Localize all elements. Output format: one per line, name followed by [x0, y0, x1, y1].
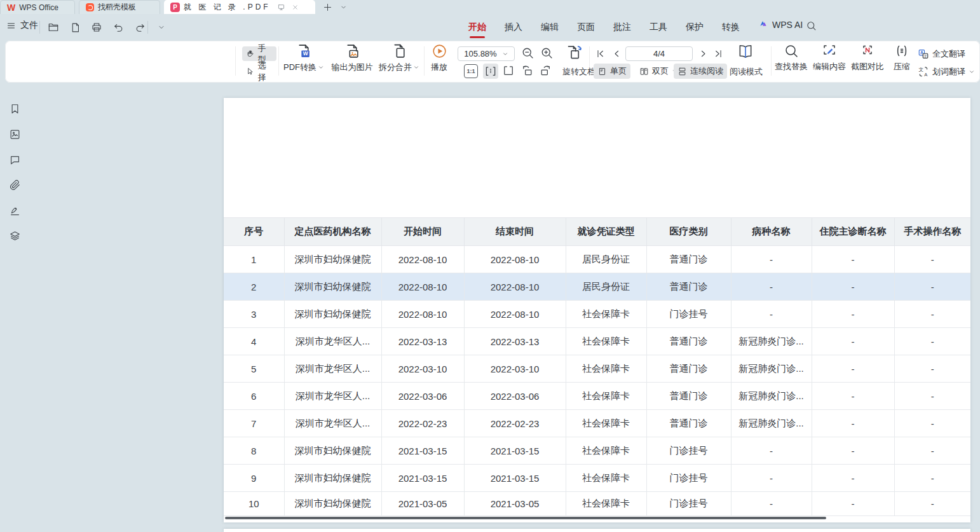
tab-home[interactable]: 开始: [468, 14, 486, 41]
rotate-doc-icon[interactable]: [566, 43, 583, 60]
tab-convert[interactable]: 转换: [722, 14, 740, 41]
hand-tool-button[interactable]: 手型: [242, 46, 276, 61]
table-row: 7深圳市龙华区人...2022-02-232022-02-23社会保障卡普通门诊…: [224, 410, 970, 437]
pen-icon: [9, 205, 21, 217]
tab-docer-templates[interactable]: 找稻壳模板: [79, 0, 160, 14]
thumbnails-panel-button[interactable]: [5, 125, 24, 144]
pdf-convert-label: PDF转换: [283, 62, 316, 73]
table-cell: 社会保障卡: [566, 383, 646, 410]
zoom-in-button[interactable]: [540, 46, 554, 60]
attachments-panel-button[interactable]: [5, 175, 24, 194]
fit-width-button[interactable]: [483, 64, 498, 79]
fit-page-button[interactable]: [502, 64, 515, 77]
cursor-icon: [246, 67, 255, 76]
table-cell: 2022-03-10: [464, 355, 566, 383]
docer-icon: [86, 3, 94, 11]
bookmarks-panel-button[interactable]: [5, 99, 24, 118]
undo-button[interactable]: [111, 20, 126, 35]
tab-label: 找稻壳模板: [98, 2, 136, 13]
chevron-down-icon: [318, 64, 324, 71]
first-page-button[interactable]: [595, 48, 606, 59]
table-cell: 2022-03-10: [381, 355, 464, 383]
read-mode-icon[interactable]: [737, 43, 754, 60]
word-translate-icon: [918, 66, 929, 78]
page-number-input[interactable]: 4/4: [625, 46, 693, 61]
edit-content-button[interactable]: 编辑内容: [811, 43, 848, 72]
tab-edit[interactable]: 编辑: [541, 14, 559, 41]
table-cell: -: [812, 383, 894, 410]
pdf-page[interactable]: 序号定点医药机构名称开始时间结束时间就诊凭证类型医疗类别病种名称住院主诊断名称手…: [224, 98, 970, 522]
save-icon: [70, 22, 81, 33]
tab-page[interactable]: 页面: [577, 14, 595, 41]
table-cell: 2022-02-23: [381, 410, 464, 437]
tab-insert[interactable]: 插入: [505, 14, 522, 41]
chevron-down-icon: [340, 4, 347, 11]
rotate-doc-label[interactable]: 旋转文档: [559, 66, 599, 78]
word-translate-button[interactable]: 划词翻译: [918, 65, 975, 78]
search-icon: [806, 20, 817, 31]
column-header: 开始时间: [381, 218, 464, 246]
tab-wps-office[interactable]: W WPS Office: [0, 0, 75, 14]
table-bottom-scrollbar[interactable]: [225, 517, 826, 519]
next-page-button[interactable]: [698, 48, 709, 59]
redo-button[interactable]: [132, 20, 147, 35]
layers-panel-button[interactable]: [5, 226, 24, 245]
table-cell: 门诊挂号: [646, 492, 731, 516]
last-page-button[interactable]: [713, 48, 724, 59]
actual-size-button[interactable]: 1:1: [464, 64, 478, 78]
table-cell: 新冠肺炎门诊...: [731, 383, 812, 410]
close-icon[interactable]: [292, 4, 299, 11]
single-page-button[interactable]: 单页: [594, 64, 630, 79]
select-tool-label: 选择: [258, 60, 273, 83]
read-mode-label[interactable]: 阅读模式: [728, 66, 764, 78]
table-cell: 深圳市妇幼保健院: [284, 437, 381, 465]
toolbar: 手型 选择 PDF转换 输出为图片 拆分合并 播放 105.88% 1:1 旋转…: [5, 41, 980, 83]
table-cell: 社会保障卡: [566, 301, 646, 328]
wps-ai-label: WPS AI: [772, 20, 803, 30]
tab-list-button[interactable]: [340, 0, 347, 14]
wps-ai-button[interactable]: WPS AI: [759, 20, 803, 30]
edit-content-icon: [822, 43, 837, 58]
comments-panel-button[interactable]: [5, 150, 24, 169]
export-image-button[interactable]: 输出为图片: [328, 43, 376, 73]
quickbar-more-button[interactable]: [154, 20, 169, 35]
signature-panel-button[interactable]: [5, 201, 24, 220]
tab-document[interactable]: P 就 医 记 录 .PDF: [164, 0, 315, 14]
continuous-read-button[interactable]: 连续阅读: [674, 64, 727, 79]
save-button[interactable]: [67, 20, 83, 35]
table-row: 6深圳市龙华区人...2022-03-062022-03-06社会保障卡普通门诊…: [224, 383, 970, 410]
table-cell: -: [731, 273, 812, 301]
ribbon-search-button[interactable]: [806, 20, 817, 31]
prev-page-button[interactable]: [611, 48, 622, 59]
monitor-icon[interactable]: [277, 3, 285, 11]
rotate-left-button[interactable]: [521, 64, 534, 77]
full-translate-button[interactable]: 全文翻译: [918, 47, 965, 60]
open-file-button[interactable]: [46, 20, 61, 35]
tab-comment[interactable]: 批注: [613, 14, 631, 41]
table-cell: 9: [224, 465, 284, 492]
zoom-out-button[interactable]: [521, 46, 534, 60]
tab-protect[interactable]: 保护: [686, 14, 704, 41]
screenshot-compare-label: 截图对比: [851, 61, 884, 72]
select-tool-button[interactable]: 选择: [242, 64, 276, 79]
zoom-level-select[interactable]: 105.88%: [458, 46, 515, 61]
table-cell: 社会保障卡: [566, 410, 646, 437]
split-merge-button[interactable]: 拆分合并: [376, 43, 422, 73]
rotate-right-button[interactable]: [539, 64, 552, 77]
tab-bar: W WPS Office 找稻壳模板 P 就 医 记 录 .PDF: [0, 0, 980, 14]
play-button[interactable]: 播放: [426, 43, 453, 73]
file-menu-button[interactable]: 文件: [6, 20, 38, 31]
table-cell: 普通门诊: [646, 273, 731, 301]
new-tab-button[interactable]: [323, 0, 332, 14]
compress-button[interactable]: 压缩: [888, 43, 915, 72]
table-cell: -: [894, 355, 970, 383]
print-button[interactable]: [89, 20, 104, 35]
pdf-convert-button[interactable]: PDF转换: [280, 43, 328, 73]
tab-tools[interactable]: 工具: [650, 14, 667, 41]
table-row: 3深圳市妇幼保健院2022-08-102022-08-10社会保障卡门诊挂号--…: [224, 301, 970, 328]
table-cell: -: [812, 492, 894, 516]
find-replace-button[interactable]: 查找替换: [773, 43, 810, 72]
plus-icon: [323, 3, 332, 12]
screenshot-compare-button[interactable]: 截图对比: [849, 43, 886, 72]
find-replace-icon: [784, 43, 799, 58]
